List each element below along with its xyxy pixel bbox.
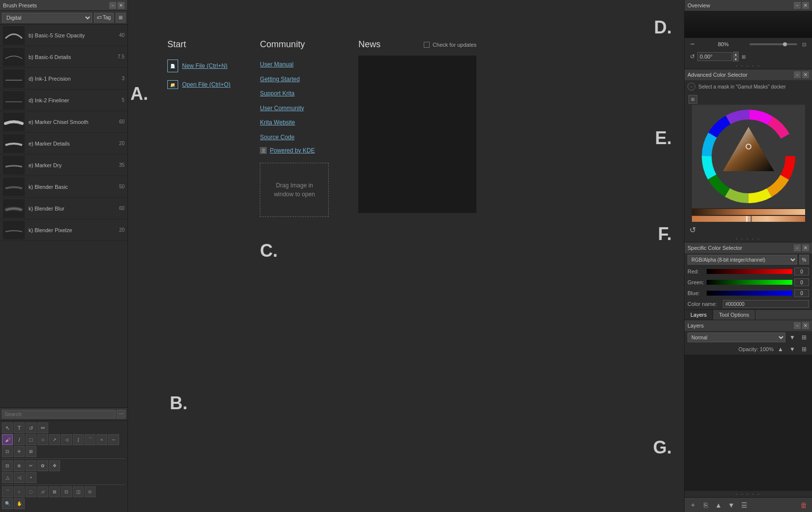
- blend-mode-select[interactable]: Normal: [687, 332, 785, 342]
- add-layer-btn[interactable]: ＋: [687, 500, 698, 511]
- brush-list-item[interactable]: 5d) Ink-2 Fineliner: [0, 90, 127, 111]
- brush-list-item[interactable]: 20e) Marker Details: [0, 133, 127, 154]
- contsel-btn[interactable]: ⊡: [61, 486, 72, 497]
- percent-btn[interactable]: %: [799, 255, 809, 265]
- layer-properties-btn[interactable]: ☰: [739, 500, 750, 511]
- color-model-select[interactable]: RGB/Alpha (8-bit integer/channel): [687, 255, 797, 265]
- gradient-tool-btn[interactable]: ⊕: [14, 460, 25, 471]
- new-file-btn[interactable]: 📄 New File (Ctrl+N): [167, 60, 230, 72]
- bezier-tool-btn[interactable]: ∫: [73, 434, 84, 445]
- select-tool-btn[interactable]: ↖: [2, 422, 13, 433]
- move-layer-up-btn[interactable]: ▲: [713, 500, 724, 511]
- brush-list-item[interactable]: 20k) Blender Pixelze: [0, 219, 127, 241]
- move-layer-down-btn[interactable]: ▼: [726, 500, 737, 511]
- move-tool-btn[interactable]: ✛: [14, 446, 25, 457]
- brush-tag-btn[interactable]: 🏷 Tag: [94, 13, 114, 23]
- tab-tool-options[interactable]: Tool Options: [713, 310, 755, 320]
- colorsel-btn[interactable]: ⊙: [85, 486, 95, 497]
- multibrush-tool-btn[interactable]: ∼: [108, 434, 119, 445]
- support-krita-link[interactable]: Support Krita: [260, 89, 329, 99]
- brush-tool-btn[interactable]: 🖌: [2, 434, 13, 445]
- assistant-tool-btn[interactable]: ◁: [14, 472, 25, 483]
- path-tool-btn[interactable]: ↗: [49, 434, 60, 445]
- rotation-up-btn[interactable]: ▲: [733, 52, 739, 57]
- measure-tool-btn[interactable]: △: [2, 472, 13, 483]
- red-value[interactable]: [794, 268, 809, 275]
- adv-color-minus-btn[interactable]: −: [794, 71, 801, 78]
- search-input[interactable]: [2, 410, 116, 419]
- path-sel-btn[interactable]: ⊠: [49, 486, 60, 497]
- zoom-out-btn[interactable]: −: [687, 39, 697, 49]
- copy-layer-btn[interactable]: ⎘: [700, 500, 711, 511]
- adv-color-close-btn[interactable]: ✕: [802, 71, 809, 78]
- open-file-btn[interactable]: 📁 Open File (Ctrl+O): [167, 80, 230, 89]
- brush-view-btn[interactable]: ⊞: [116, 13, 125, 23]
- crop-tool-btn[interactable]: ⊞: [26, 446, 36, 457]
- colorpicker-tool-btn[interactable]: ✂: [26, 460, 36, 471]
- layers-minus-btn[interactable]: −: [794, 322, 801, 329]
- line-tool-btn[interactable]: /: [14, 434, 25, 445]
- reset-rotation-btn[interactable]: ↺: [687, 52, 697, 61]
- magsel-btn[interactable]: ◫: [73, 486, 84, 497]
- search-btn[interactable]: ⋯: [117, 410, 125, 419]
- tab-layers[interactable]: Layers: [685, 310, 713, 320]
- fill-tool-btn[interactable]: ⊟: [2, 460, 13, 471]
- red-slider[interactable]: [707, 269, 792, 274]
- brush-list-item[interactable]: 40b) Basic-5 Size Opacity: [0, 25, 127, 46]
- ellipse-sel-btn[interactable]: ○: [14, 486, 25, 497]
- brush-type-select[interactable]: Digital: [2, 13, 92, 23]
- drag-image-box[interactable]: Drag Image inwindow to open: [260, 163, 329, 217]
- color-wheel-svg[interactable]: [692, 105, 805, 208]
- color-name-input[interactable]: [723, 300, 809, 308]
- layers-close-btn[interactable]: ✕: [802, 322, 809, 329]
- spec-color-close-btn[interactable]: ✕: [802, 244, 809, 251]
- dynamic-tool-btn[interactable]: ≈: [96, 434, 107, 445]
- rotate-tool-btn[interactable]: ↺: [26, 422, 36, 433]
- text-tool-btn[interactable]: T: [14, 422, 25, 433]
- spec-color-minus-btn[interactable]: −: [794, 244, 801, 251]
- rotation-input[interactable]: [697, 52, 732, 61]
- delete-layer-btn[interactable]: 🗑: [798, 500, 809, 511]
- opacity-up-btn[interactable]: ▲: [776, 344, 785, 354]
- wheel-type-btn[interactable]: ⊞: [688, 95, 697, 104]
- user-community-link[interactable]: User Community: [260, 103, 329, 114]
- brush-presets-minus-btn[interactable]: −: [109, 2, 116, 9]
- brush-list-item[interactable]: 35e) Marker Dry: [0, 154, 127, 176]
- getting-started-link[interactable]: Getting Started: [260, 74, 329, 85]
- rotation-down-btn[interactable]: ▼: [733, 57, 739, 61]
- opacity-down-btn[interactable]: ▼: [787, 344, 797, 354]
- color-strip-warm[interactable]: [692, 209, 805, 215]
- smart-patch-btn[interactable]: ✿: [37, 460, 48, 471]
- zoom-tool-btn[interactable]: 🔍: [2, 498, 13, 509]
- overview-close-btn[interactable]: ✕: [802, 2, 809, 9]
- overview-minus-btn[interactable]: −: [794, 2, 801, 9]
- rect-tool-btn[interactable]: □: [26, 434, 36, 445]
- blue-value[interactable]: [794, 289, 809, 297]
- rect-sel-btn[interactable]: ⌒: [2, 486, 13, 497]
- brush-list-item[interactable]: 3d) Ink-1 Precision: [0, 68, 127, 90]
- brush-list-item[interactable]: 50k) Blender Basic: [0, 176, 127, 198]
- green-slider[interactable]: [707, 280, 792, 285]
- opacity-action-btn[interactable]: ⊞: [799, 344, 809, 354]
- freehand2-tool-btn[interactable]: ⌒: [85, 434, 95, 445]
- krita-website-link[interactable]: Krita Website: [260, 118, 329, 128]
- canvas-settings-btn[interactable]: ⊞: [739, 52, 749, 61]
- enclose-fill-btn[interactable]: ❖: [49, 460, 60, 471]
- pan-tool-btn[interactable]: ✋: [14, 498, 25, 509]
- sample-tool-btn[interactable]: •: [26, 472, 36, 483]
- brush-presets-close-btn[interactable]: ✕: [118, 2, 125, 9]
- powered-by-kde[interactable]: ⚙ Powered by KDE: [260, 147, 329, 154]
- transform-tool-btn[interactable]: ⊡: [2, 446, 13, 457]
- green-value[interactable]: [794, 278, 809, 286]
- freehand-sel-btn[interactable]: ◌: [26, 486, 36, 497]
- user-manual-link[interactable]: User Manual: [260, 60, 329, 70]
- source-code-link[interactable]: Source Code: [260, 132, 329, 143]
- zoom-fit-btn[interactable]: ⊡: [799, 39, 809, 49]
- filter-btn[interactable]: ▼: [787, 332, 797, 342]
- brush-list-item[interactable]: 60e) Marker Chisel Smooth: [0, 111, 127, 133]
- zoom-slider[interactable]: [750, 43, 798, 45]
- poly-tool-btn[interactable]: ◁: [61, 434, 72, 445]
- blue-slider[interactable]: [707, 291, 792, 296]
- ellipse-tool-btn[interactable]: ○: [37, 434, 48, 445]
- reset-color-btn[interactable]: ↺: [687, 225, 697, 235]
